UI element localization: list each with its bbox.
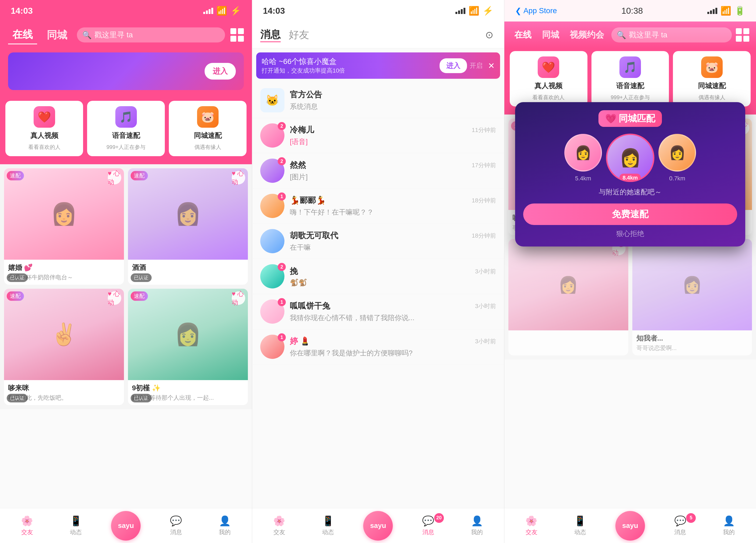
signal-icon-2 — [455, 8, 465, 14]
top-nav-1: 在线 同城 🔍 戳这里寻 ta — [0, 22, 252, 48]
bottom-nav-feed-3[interactable]: 📱 动态 — [567, 515, 594, 536]
service-icon-video-3: ❤️ — [538, 56, 559, 78]
msg-tab-messages[interactable]: 消息 — [260, 28, 281, 42]
grid-dot-3 — [736, 28, 742, 34]
card-name-chujin: 9初槿 ✨ — [132, 383, 244, 393]
card-jiujiu[interactable]: 👩 速配 已认证 ♥ 心动 酒酒 — [128, 168, 248, 285]
bottom-nav-feed-1[interactable]: 📱 动态 — [62, 515, 89, 536]
time-3: 10:38 — [621, 6, 643, 16]
msg-icon-1: 💬 — [170, 515, 182, 527]
service-sub-voice: 999+人正在参与 — [106, 144, 145, 151]
card-duolaimi[interactable]: ✌️ 速配 已认证 ♥ 心动 哆来咪 事已至此，先吃饭吧。 — [4, 289, 124, 405]
msg-badge-lengmei: 2 — [278, 122, 286, 130]
card-p3-3[interactable]: 👩 ♥ 心动 — [508, 239, 628, 355]
bottom-nav-friends-1[interactable]: 🌸 交友 — [14, 515, 41, 536]
msg-header-lengmei: 冷梅儿 11分钟前 — [290, 124, 496, 135]
service-local-3[interactable]: 🐷 同城速配 偶遇有缘人 — [673, 51, 751, 106]
msg-preview-huge: 在干嘛 — [290, 243, 496, 252]
bottom-nav-friends-2[interactable]: 🌸 交友 — [266, 515, 293, 536]
msg-item-ting[interactable]: 1 婷 💄 3小时前 你在哪里啊？我是做护士的方便聊聊吗? — [252, 329, 504, 365]
card-verified-hunyin: 已认证 — [7, 273, 28, 282]
card-chujin[interactable]: 👩 速配 已认证 ♥ 心动 9初槿 ✨ 静静地等待那个人出现，一起... — [128, 289, 248, 405]
nav-tab-online-3[interactable]: 在线 — [511, 27, 535, 43]
msg-tab-friends[interactable]: 好友 — [289, 28, 309, 42]
bottom-nav-center-3[interactable]: sayu — [615, 511, 645, 541]
appstore-back[interactable]: ❮ App Store — [515, 6, 557, 15]
msg-badge-ranran: 2 — [278, 157, 286, 165]
service-icon-local-3: 🐷 — [701, 56, 723, 78]
notif-enter-btn[interactable]: 进入 — [440, 58, 467, 73]
bottom-nav-mine-3[interactable]: 👤 我的 — [715, 515, 742, 536]
msg-time-liuli: 18分钟前 — [472, 197, 496, 205]
battery-icon-3: 🔋 — [734, 6, 745, 16]
msg-content-huge: 胡歌无可取代 18分钟前 在干嘛 — [290, 230, 496, 252]
match-refuse-btn[interactable]: 狠心拒绝 — [523, 229, 737, 238]
match-free-btn[interactable]: 免费速配 — [523, 203, 737, 225]
bottom-nav-msg-1[interactable]: 💬 消息 — [163, 515, 190, 536]
msg-time-wan: 3小时前 — [475, 267, 496, 276]
bottom-nav-friends-3[interactable]: 🌸 交友 — [518, 515, 545, 536]
notif-content: 哈哈 ~66个惊喜小魔盒 打开通知，交友成功率提高10倍 — [262, 56, 345, 75]
nav-tab-video-3[interactable]: 视频约会 — [566, 27, 607, 43]
appstore-label: App Store — [523, 6, 557, 15]
service-video[interactable]: ❤️ 真人视频 看看喜欢的人 — [5, 101, 83, 156]
msg-name-huge: 胡歌无可取代 — [290, 230, 338, 241]
service-icon-video: ❤️ — [34, 106, 55, 128]
bottom-nav-mine-2[interactable]: 👤 我的 — [463, 515, 490, 536]
msg-badge-wan: 2 — [278, 263, 286, 271]
nav-tab-local-3[interactable]: 同城 — [539, 27, 562, 43]
msg-time-ting: 3小时前 — [475, 337, 496, 345]
card-heart-jiujiu[interactable]: ♥ 心动 — [232, 171, 245, 184]
card-heart-chujin[interactable]: ♥ 心动 — [232, 291, 245, 305]
banner-card-1[interactable]: 进入 — [8, 52, 244, 90]
grid-dot — [238, 28, 244, 34]
msg-badge-count-3: 5 — [686, 513, 696, 523]
search-bar-1[interactable]: 🔍 戳这里寻 ta — [77, 27, 225, 42]
msg-top-nav: 消息 好友 ⊙ — [252, 22, 504, 48]
service-voice-3[interactable]: 🎵 语音速配 999+人正在参与 — [591, 51, 669, 106]
msg-item-ranran[interactable]: 2 然然 17分钟前 [图片] — [252, 153, 504, 188]
msg-item-lengmei[interactable]: 2 冷梅儿 11分钟前 [语音] — [252, 118, 504, 153]
notif-open[interactable]: 开启 — [470, 61, 483, 70]
status-bar-3: ❮ App Store 10:38 📶 🔋 — [504, 0, 756, 22]
msg-item-guagua[interactable]: 1 呱呱饼干兔 3小时前 我猜你现在心情不错，猜错了我陪你说... — [252, 294, 504, 329]
time-2: 14:03 — [263, 6, 285, 16]
msg-item-liuli[interactable]: 1 💃郦郦💃 18分钟前 嗨！下午好！在干嘛呢？？ — [252, 188, 504, 224]
service-voice[interactable]: 🎵 语音速配 999+人正在参与 — [87, 101, 165, 156]
msg-item-wan[interactable]: 2 挽 3小时前 🐒🐒 — [252, 259, 504, 294]
msg-avatar-liuli: 1 — [260, 194, 284, 218]
msg-badge-ting: 1 — [278, 333, 286, 341]
grid-icon-3[interactable] — [736, 28, 749, 42]
friends-label-2: 交友 — [273, 528, 285, 536]
wifi-icon: 📶 — [216, 6, 227, 16]
grid-dot — [230, 28, 236, 34]
panel-3: ❮ App Store 10:38 📶 🔋 在线 同城 视频约会 🔍 戳这里寻 … — [504, 0, 756, 543]
service-video-3[interactable]: ❤️ 真人视频 看看喜欢的人 — [510, 51, 587, 106]
msg-label-2: 消息 — [422, 528, 434, 536]
msg-content-ranran: 然然 17分钟前 [图片] — [290, 160, 496, 182]
card-heart-duolaimi[interactable]: ♥ 心动 — [108, 291, 121, 305]
search-bar-3[interactable]: 🔍 戳这里寻 ta — [611, 27, 732, 42]
bottom-nav-center-2[interactable]: sayu — [363, 511, 393, 541]
bottom-nav-center-1[interactable]: sayu — [111, 511, 141, 541]
card-hunyin[interactable]: 👩 速配 已认证 ♥ 心动 嬉婚 💕 个播一杯牛奶陪伴电台～ — [4, 168, 124, 285]
msg-settings-icon[interactable]: ⊙ — [483, 28, 496, 42]
msg-item-huge[interactable]: 胡歌无可取代 18分钟前 在干嘛 — [252, 224, 504, 259]
msg-name-ranran: 然然 — [290, 160, 306, 171]
match-avatar-right: 👩 0.7km — [658, 134, 696, 182]
grid-icon-1[interactable] — [230, 28, 244, 42]
card-img-duolaimi: ✌️ — [4, 289, 124, 380]
bottom-nav-mine-1[interactable]: 👤 我的 — [211, 515, 238, 536]
banner-enter-btn-1[interactable]: 进入 — [205, 63, 236, 80]
msg-item-system[interactable]: 🐱 官方公告 系统消息 — [252, 83, 504, 118]
card-heart-hunyin[interactable]: ♥ 心动 — [108, 171, 121, 184]
card-p3-4[interactable]: 👩 知我者... 哥哥说恋爱啊... — [632, 239, 752, 355]
match-title-text: 同城匹配 — [619, 112, 655, 125]
bottom-nav-feed-2[interactable]: 📱 动态 — [315, 515, 341, 536]
notif-close-btn[interactable]: ✕ — [488, 61, 495, 70]
nav-tab-online-1[interactable]: 在线 — [8, 26, 37, 44]
msg-time-lengmei: 11分钟前 — [472, 126, 496, 134]
nav-tab-local-1[interactable]: 同城 — [42, 26, 72, 44]
match-dist-center: 8.4km — [619, 174, 641, 182]
service-local[interactable]: 🐷 同城速配 偶遇有缘人 — [169, 101, 247, 156]
